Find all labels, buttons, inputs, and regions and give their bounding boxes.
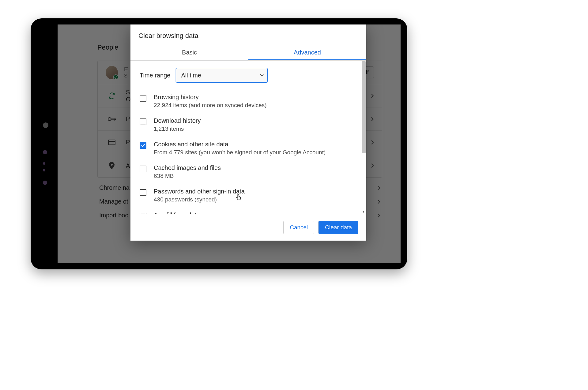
chevron-right-icon [371, 163, 374, 168]
item-texts: Passwords and other sign-in data430 pass… [154, 188, 245, 203]
tablet-sensor [43, 181, 47, 185]
checkbox-cookies[interactable] [140, 142, 146, 149]
checkbox-downloads[interactable] [140, 118, 146, 125]
item-title: Autofill form data [154, 212, 200, 214]
item-texts: Cookies and other site dataFrom 4,779 si… [154, 141, 326, 156]
item-title: Cookies and other site data [154, 141, 326, 148]
svg-rect-4 [108, 140, 115, 145]
dialog-body: Time range All time Browsing history22,9… [130, 61, 366, 214]
item-subtitle: 1,213 items [154, 126, 201, 132]
chevron-right-icon [371, 93, 374, 98]
item-subtitle: 638 MB [154, 173, 221, 179]
clear-item-browsing: Browsing history22,924 items (and more o… [140, 91, 357, 114]
svg-point-0 [108, 118, 111, 121]
item-texts: Cached images and files638 MB [154, 164, 221, 179]
scrollbar[interactable]: ▲ ▼ [361, 61, 366, 213]
dialog-title: Clear browsing data [130, 24, 366, 45]
pin-icon [106, 162, 118, 169]
clear-item-cache: Cached images and files638 MB [140, 161, 357, 185]
svg-rect-3 [115, 118, 116, 120]
item-subtitle: From 4,779 sites (you won't be signed ou… [154, 149, 326, 156]
item-texts: Autofill form data [154, 212, 200, 214]
chevron-right-icon [377, 199, 380, 204]
checkbox-browsing[interactable] [140, 95, 146, 102]
scroll-down-icon[interactable]: ▼ [361, 209, 366, 214]
chevron-right-icon [371, 117, 374, 122]
item-subtitle: 22,924 items (and more on synced devices… [154, 102, 267, 109]
tab-advanced[interactable]: Advanced [248, 45, 366, 60]
time-range-select[interactable]: All time [176, 68, 268, 83]
sync-icon [106, 92, 118, 99]
chevron-right-icon [371, 140, 374, 145]
time-range-value: All time [181, 72, 201, 79]
clear-browsing-data-dialog: Clear browsing data Basic Advanced Time … [130, 24, 366, 241]
svg-rect-1 [111, 118, 115, 119]
item-title: Passwords and other sign-in data [154, 188, 245, 195]
cancel-button[interactable]: Cancel [283, 221, 314, 234]
svg-rect-2 [114, 118, 115, 121]
avatar [106, 66, 118, 79]
screen: People E S Turn off [58, 24, 401, 263]
item-title: Download history [154, 117, 201, 124]
tablet-sensor [43, 150, 47, 154]
tablet-sensor [43, 162, 45, 165]
item-subtitle: 430 passwords (synced) [154, 196, 245, 203]
pointer-cursor-icon [235, 192, 242, 200]
sync-badge-icon [113, 74, 119, 80]
scrollbar-thumb[interactable] [362, 61, 366, 153]
item-texts: Download history1,213 items [154, 117, 201, 132]
tablet-frame: People E S Turn off [31, 18, 407, 269]
chevron-right-icon [377, 186, 380, 190]
dialog-scroll-area: Time range All time Browsing history22,9… [130, 61, 366, 214]
clear-item-downloads: Download history1,213 items [140, 114, 357, 138]
clear-item-passwords: Passwords and other sign-in data430 pass… [140, 185, 357, 208]
clear-item-autofill: Autofill form data [140, 208, 357, 214]
dialog-footer: Cancel Clear data [130, 214, 366, 241]
dialog-tabs: Basic Advanced [130, 45, 366, 61]
tablet-camera [43, 122, 48, 128]
time-range-label: Time range [140, 72, 170, 79]
clear-item-cookies: Cookies and other site dataFrom 4,779 si… [140, 138, 357, 161]
checkbox-autofill[interactable] [140, 213, 146, 214]
key-icon [106, 117, 118, 122]
chevron-right-icon [377, 213, 380, 218]
dropdown-caret-icon [260, 74, 264, 77]
tab-basic[interactable]: Basic [130, 45, 248, 60]
card-icon [106, 140, 118, 145]
clear-data-button[interactable]: Clear data [318, 221, 358, 234]
item-texts: Browsing history22,924 items (and more o… [154, 94, 267, 109]
checkbox-passwords[interactable] [140, 189, 146, 196]
checkbox-cache[interactable] [140, 166, 146, 172]
tablet-sensor [43, 169, 45, 171]
item-title: Browsing history [154, 94, 267, 101]
time-range-row: Time range All time [140, 68, 357, 83]
item-title: Cached images and files [154, 164, 221, 171]
